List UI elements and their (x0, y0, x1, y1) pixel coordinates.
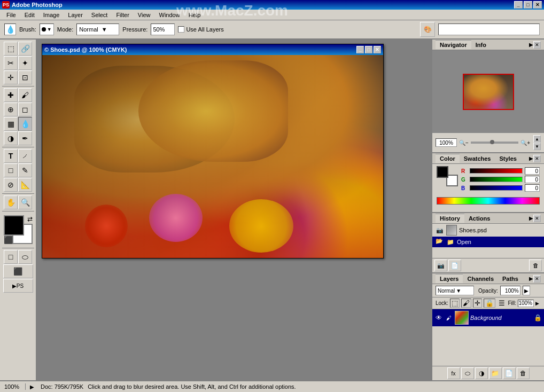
navigator-close[interactable]: ✕ (533, 41, 541, 49)
tab-styles[interactable]: Styles (495, 154, 520, 163)
nav-scroll-down[interactable]: ▼ (533, 143, 541, 150)
history-new-doc[interactable]: 📄 (448, 260, 461, 271)
menu-select[interactable]: Select (87, 11, 112, 19)
tab-paths[interactable]: Paths (498, 275, 523, 283)
layer-item-background[interactable]: 👁 🖌 Background 🔒 (432, 309, 544, 326)
minimize-button[interactable]: _ (514, 1, 523, 9)
reset-colors[interactable]: ⬛ (4, 236, 13, 244)
menu-image[interactable]: Image (39, 11, 64, 19)
tool-gradient[interactable]: ▦ (4, 117, 18, 131)
tab-swatches[interactable]: Swatches (460, 154, 495, 163)
foreground-color[interactable] (4, 215, 24, 236)
tool-text[interactable]: T (4, 149, 18, 163)
layers-close[interactable]: ✕ (533, 275, 541, 283)
tool-imageready[interactable]: ▶PS (3, 279, 33, 293)
layers-expand[interactable]: ▶ (529, 276, 533, 281)
menu-filter[interactable]: Filter (112, 11, 133, 19)
maximize-button[interactable]: □ (524, 1, 532, 9)
history-item-open[interactable]: 📂 📁 Open (432, 237, 544, 247)
b-slider[interactable] (470, 185, 523, 191)
menu-edit[interactable]: Edit (20, 11, 39, 19)
tab-channels[interactable]: Channels (463, 275, 498, 283)
opacity-expand[interactable]: ▶ (523, 286, 530, 295)
tool-heal[interactable]: ✚ (4, 88, 18, 102)
tool-quickmask-mode[interactable]: ⬭ (18, 250, 32, 264)
tab-actions[interactable]: Actions (464, 214, 494, 223)
color-expand[interactable]: ▶ (529, 155, 533, 161)
tool-clone[interactable]: ⊕ (4, 103, 18, 116)
history-close[interactable]: ✕ (533, 215, 541, 222)
tool-eraser[interactable]: ◻ (18, 103, 32, 116)
layer-group-button[interactable]: 📁 (489, 367, 502, 379)
layer-visibility-icon[interactable]: 👁 (434, 313, 443, 322)
menu-file[interactable]: File (2, 11, 20, 19)
navigator-expand[interactable]: ▶ (529, 42, 533, 48)
b-value[interactable]: 0 (525, 184, 540, 192)
layer-adjustment-button[interactable]: ◑ (475, 367, 488, 379)
canvas-maximize[interactable]: □ (365, 46, 372, 53)
layer-mask-button[interactable]: ⬭ (461, 367, 474, 379)
color-close[interactable]: ✕ (533, 155, 541, 162)
g-value[interactable]: 0 (525, 176, 540, 183)
color-spectrum[interactable] (437, 197, 540, 205)
tool-brush[interactable]: 🖌 (18, 88, 32, 102)
tab-history[interactable]: History (436, 214, 464, 223)
mode-dropdown[interactable]: Normal▼ (76, 23, 119, 35)
tool-marquee[interactable]: ⬚ (4, 42, 18, 56)
menu-window[interactable]: Window (155, 11, 184, 19)
layer-fx-button[interactable]: fx (447, 367, 460, 379)
tool-eyedropper[interactable]: ⊘ (4, 178, 18, 192)
tab-navigator[interactable]: Navigator (436, 40, 471, 49)
tool-crop[interactable]: ✂ (4, 56, 18, 70)
zoom-slider[interactable] (471, 142, 518, 144)
zoom-in-icon[interactable]: 🔍+ (520, 140, 530, 146)
zoom-out-icon[interactable]: 🔍− (459, 140, 469, 146)
tool-path[interactable]: ⟋ (18, 149, 32, 163)
palette-button[interactable]: 🎨 (420, 22, 435, 37)
lock-transparent-icon[interactable]: ⬚ (450, 299, 460, 308)
lock-move-icon[interactable]: ✛ (473, 299, 482, 308)
pressure-input[interactable]: 50% (151, 23, 175, 35)
tool-screen-mode[interactable]: ⬛ (3, 264, 33, 278)
fg-color-box[interactable] (437, 166, 448, 178)
tool-lasso[interactable]: 🔗 (18, 42, 32, 56)
lock-all-icon[interactable]: 🔒 (484, 299, 495, 308)
g-slider[interactable] (470, 177, 523, 182)
blend-mode-dropdown[interactable]: Normal▼ (436, 286, 474, 295)
tool-move[interactable]: ✛ (4, 70, 18, 84)
zoom-value[interactable]: 100% (436, 138, 457, 147)
tool-shape[interactable]: □ (4, 163, 18, 177)
history-expand[interactable]: ▶ (529, 215, 533, 221)
r-slider[interactable] (470, 168, 523, 174)
canvas-minimize[interactable]: _ (356, 46, 364, 53)
tool-dodge[interactable]: ◑ (4, 131, 18, 145)
close-button[interactable]: ✕ (533, 1, 542, 9)
lock-paint-icon[interactable]: 🖌 (461, 299, 471, 308)
fill-expand[interactable]: ▶ (535, 300, 541, 307)
layer-delete-button[interactable]: 🗑 (517, 367, 530, 379)
canvas-close[interactable]: ✕ (374, 46, 381, 53)
tool-magic-wand[interactable]: ✦ (18, 56, 32, 70)
tool-slice[interactable]: ⊡ (18, 70, 32, 84)
tool-blur[interactable]: 💧 (18, 117, 32, 131)
nav-scroll-up[interactable]: ▲ (533, 135, 541, 143)
menu-help[interactable]: Help (184, 11, 205, 19)
opacity-value[interactable]: 100% (500, 286, 520, 295)
use-all-layers-checkbox[interactable]: Use All Layers (178, 26, 223, 33)
brush-selector[interactable]: ▼ (40, 23, 54, 35)
tool-hand[interactable]: ✋ (4, 195, 18, 209)
menu-view[interactable]: View (134, 11, 155, 19)
tool-pen[interactable]: ✒ (18, 131, 32, 145)
tab-info[interactable]: Info (471, 41, 491, 49)
swap-colors[interactable]: ⇄ (27, 215, 33, 223)
history-new-snapshot[interactable]: 📷 (434, 260, 447, 271)
r-value[interactable]: 0 (525, 167, 540, 175)
tool-zoom[interactable]: 🔍 (18, 195, 32, 209)
fill-value[interactable]: 100% (518, 300, 534, 307)
tab-color[interactable]: Color (436, 154, 460, 163)
history-item-snapshot[interactable]: 📷 Shoes.psd (432, 224, 544, 237)
menu-layer[interactable]: Layer (64, 11, 87, 19)
history-delete[interactable]: 🗑 (529, 260, 542, 271)
tab-layers[interactable]: Layers (436, 274, 463, 283)
tool-notes[interactable]: ✎ (18, 163, 32, 177)
